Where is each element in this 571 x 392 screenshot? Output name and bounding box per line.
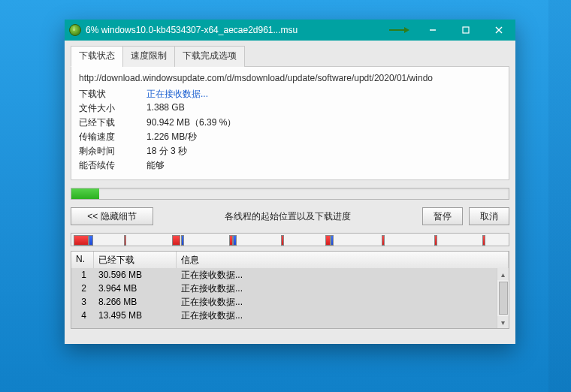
remaining-label: 剩余时间 bbox=[79, 145, 147, 158]
cancel-button[interactable]: 取消 bbox=[469, 207, 509, 225]
tab-on-complete[interactable]: 下载完成选项 bbox=[174, 46, 245, 67]
table-row[interactable]: 23.964 MB正在接收数据... bbox=[71, 282, 497, 295]
hide-details-button[interactable]: << 隐藏细节 bbox=[71, 207, 153, 225]
overall-progress-bar bbox=[71, 188, 509, 200]
status-value: 正在接收数据... bbox=[147, 88, 501, 101]
segment-cur bbox=[89, 235, 93, 246]
segment-done bbox=[382, 235, 384, 246]
desktop-edge bbox=[548, 0, 571, 392]
button-label: 暂停 bbox=[434, 210, 452, 223]
col-downloaded[interactable]: 已经下载 bbox=[94, 252, 177, 269]
status-panel: http://download.windowsupdate.com/d/msdo… bbox=[71, 67, 509, 180]
titlebar[interactable]: 6% windows10.0-kb4534307-x64_aecae2d961.… bbox=[65, 20, 515, 41]
table-row[interactable]: 38.266 MB正在接收数据... bbox=[71, 295, 497, 309]
maximize-button[interactable] bbox=[449, 20, 482, 41]
download-url: http://download.windowsupdate.com/d/msdo… bbox=[79, 73, 501, 83]
close-button[interactable] bbox=[482, 20, 515, 41]
speed-label: 传输速度 bbox=[79, 131, 147, 143]
svg-line-5 bbox=[496, 27, 502, 33]
remaining-value: 18 分 3 秒 bbox=[147, 145, 501, 158]
button-label: 取消 bbox=[480, 210, 498, 223]
svg-rect-3 bbox=[463, 27, 469, 33]
tab-strip: 下载状态 速度限制 下载完成选项 bbox=[71, 45, 509, 67]
thread-scrollbar[interactable]: ▴ ▾ bbox=[497, 268, 509, 328]
tab-label: 下载完成选项 bbox=[183, 50, 237, 61]
segment-done bbox=[482, 235, 485, 246]
tab-label: 下载状态 bbox=[79, 50, 115, 61]
segment-done bbox=[325, 235, 331, 246]
client-area: 下载状态 速度限制 下载完成选项 http://download.windows… bbox=[65, 41, 515, 344]
scroll-down-icon[interactable]: ▾ bbox=[497, 316, 509, 328]
thread-table: N. 已经下载 信息 130.596 MB正在接收数据...23.964 MB正… bbox=[71, 251, 509, 329]
download-dialog: 6% windows10.0-kb4534307-x64_aecae2d961.… bbox=[65, 20, 515, 344]
button-row: << 隐藏细节 各线程的起始位置以及下载进度 暂停 取消 bbox=[71, 207, 509, 225]
segment-cur bbox=[233, 235, 237, 246]
thread-table-body: 130.596 MB正在接收数据...23.964 MB正在接收数据...38.… bbox=[71, 268, 497, 328]
table-row[interactable]: 130.596 MB正在接收数据... bbox=[71, 268, 497, 282]
info-grid: 下载状 正在接收数据... 文件大小 1.388 GB 已经下载 90.942 … bbox=[79, 88, 501, 172]
resume-value: 能够 bbox=[147, 159, 501, 172]
cell-downloaded: 13.495 MB bbox=[94, 310, 177, 321]
cell-info: 正在接收数据... bbox=[177, 309, 497, 322]
tab-download-status[interactable]: 下载状态 bbox=[71, 46, 123, 67]
segment-done bbox=[74, 235, 89, 246]
system-buttons bbox=[416, 20, 515, 41]
cell-n: 4 bbox=[71, 310, 94, 321]
threads-caption: 各线程的起始位置以及下载进度 bbox=[159, 210, 416, 223]
segment-done bbox=[281, 235, 283, 246]
svg-line-4 bbox=[496, 27, 502, 33]
segment-progress-bar bbox=[71, 233, 509, 246]
segment-done bbox=[124, 235, 126, 246]
segment-cur bbox=[331, 235, 334, 246]
app-icon bbox=[69, 24, 81, 36]
downloaded-value: 90.942 MB（6.39 %） bbox=[147, 116, 501, 129]
status-label: 下载状 bbox=[79, 88, 147, 101]
cell-n: 2 bbox=[71, 283, 94, 294]
cell-info: 正在接收数据... bbox=[177, 269, 497, 282]
filesize-value: 1.388 GB bbox=[147, 102, 501, 115]
scroll-up-icon[interactable]: ▴ bbox=[497, 268, 509, 280]
scroll-thumb[interactable] bbox=[499, 282, 508, 315]
tab-speed-limit[interactable]: 速度限制 bbox=[122, 46, 175, 67]
window-title: 6% windows10.0-kb4534307-x64_aecae2d961.… bbox=[86, 25, 388, 35]
overall-progress-fill bbox=[71, 188, 99, 199]
cell-n: 1 bbox=[71, 270, 94, 280]
cell-info: 正在接收数据... bbox=[177, 282, 497, 295]
table-row[interactable]: 413.495 MB正在接收数据... bbox=[71, 309, 497, 322]
segment-done bbox=[172, 235, 181, 246]
arrow-decor-icon bbox=[388, 25, 410, 35]
cell-n: 3 bbox=[71, 297, 94, 307]
cell-info: 正在接收数据... bbox=[177, 296, 497, 309]
pause-button[interactable]: 暂停 bbox=[422, 207, 463, 225]
segment-cur bbox=[181, 235, 185, 246]
filesize-label: 文件大小 bbox=[79, 102, 147, 115]
speed-value: 1.226 MB/秒 bbox=[147, 131, 501, 143]
tab-label: 速度限制 bbox=[131, 50, 167, 61]
button-label: << 隐藏细节 bbox=[87, 210, 136, 223]
cell-downloaded: 8.266 MB bbox=[94, 297, 177, 307]
col-info[interactable]: 信息 bbox=[177, 252, 509, 269]
resume-label: 能否续传 bbox=[79, 159, 147, 172]
svg-marker-1 bbox=[404, 27, 409, 33]
segment-done bbox=[434, 235, 437, 246]
cell-downloaded: 3.964 MB bbox=[94, 283, 177, 294]
cell-downloaded: 30.596 MB bbox=[94, 270, 177, 280]
thread-table-header: N. 已经下载 信息 bbox=[71, 252, 509, 270]
downloaded-label: 已经下载 bbox=[79, 116, 147, 129]
minimize-button[interactable] bbox=[416, 20, 449, 41]
col-n[interactable]: N. bbox=[71, 252, 94, 269]
